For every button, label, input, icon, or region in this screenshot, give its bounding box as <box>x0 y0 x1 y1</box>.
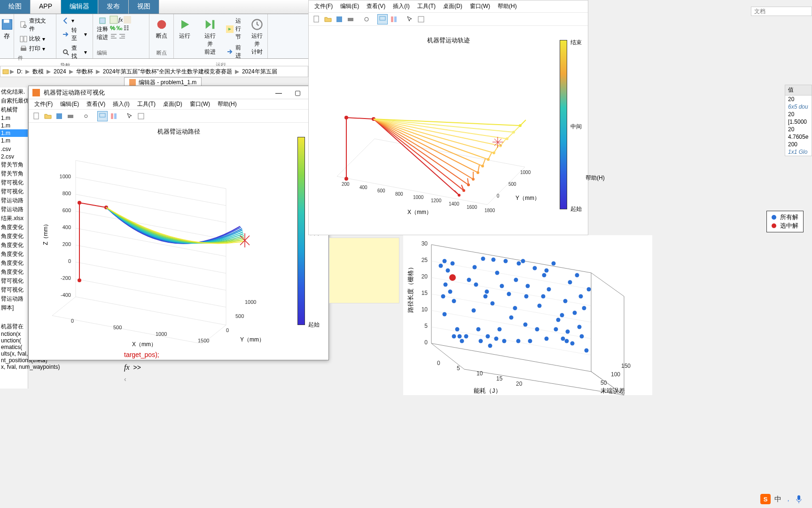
fx-icon[interactable]: fx <box>118 16 123 24</box>
ime-punct[interactable]: ， <box>785 495 791 503</box>
inspect-button[interactable] <box>416 14 426 24</box>
breadcrumb-item[interactable]: 华数杯 <box>74 68 95 76</box>
menu-item[interactable]: 文件(F) <box>312 1 336 11</box>
insert-button[interactable] <box>97 16 108 25</box>
menu-item[interactable]: 帮助(H) <box>495 1 520 11</box>
floating-help-menu[interactable]: 帮助(H) <box>586 174 605 182</box>
brush-button[interactable] <box>389 14 399 24</box>
axes-3d-2[interactable]: 20040060080010001200140016001800 0500100… <box>323 54 534 219</box>
history-chevron[interactable]: ‹ <box>124 375 397 383</box>
new-fig-button[interactable] <box>31 111 42 121</box>
menu-item[interactable]: 插入(I) <box>390 1 412 11</box>
menu-item[interactable]: 查看(V) <box>84 99 108 109</box>
section-icon[interactable] <box>110 16 117 24</box>
workspace-value[interactable]: 4.7605e <box>785 133 812 141</box>
file-list-item[interactable]: 臂可视化 <box>0 178 28 187</box>
breakpoints-button[interactable]: 断点 <box>150 16 173 42</box>
ime-lang[interactable]: 中 <box>774 495 781 504</box>
file-list-item[interactable]: 角度变化 <box>0 232 28 241</box>
percent2-icon[interactable]: ‰ <box>117 24 123 32</box>
menu-item[interactable]: 编辑(E) <box>337 1 362 11</box>
menu-item[interactable]: 工具(T) <box>414 1 438 11</box>
menu-item[interactable]: 插入(I) <box>110 99 132 109</box>
workspace-value[interactable]: 20 <box>785 126 812 133</box>
tab-editor[interactable]: 编辑器 <box>61 0 98 14</box>
workspace-panel[interactable]: 值 206x5 dou20[1.5000204.7605e2001x1 Glo <box>785 85 812 156</box>
find-button[interactable]: 查找 ▾ <box>60 43 89 61</box>
link-button[interactable] <box>361 14 372 24</box>
pointer-button[interactable] <box>405 14 415 24</box>
search-input[interactable] <box>751 7 812 16</box>
run-advance-button[interactable]: 运行并 前进 <box>199 16 221 61</box>
minimize-button[interactable]: — <box>270 87 287 98</box>
ime-mic-icon[interactable] <box>795 494 803 504</box>
brush-button[interactable] <box>109 111 119 121</box>
datatip-button[interactable] <box>377 14 388 24</box>
format-icon[interactable] <box>124 16 131 24</box>
find-file-button[interactable]: 查找文件 <box>18 16 52 34</box>
file-list-item[interactable]: 角度变化 <box>0 268 28 277</box>
file-list-item[interactable]: 臂关节角 <box>0 160 28 169</box>
file-list-item[interactable]: 臂运动路 <box>0 294 28 303</box>
workspace-value[interactable]: 20 <box>785 95 812 103</box>
menu-item[interactable]: 帮助(H) <box>215 99 240 109</box>
menu-item[interactable]: 桌面(D) <box>160 99 185 109</box>
workspace-value[interactable]: 6x5 dou <box>785 103 812 111</box>
file-list-item[interactable]: 1.m <box>0 137 28 144</box>
menu-item[interactable]: 工具(T) <box>134 99 158 109</box>
workspace-value[interactable]: 200 <box>785 141 812 148</box>
advance-button[interactable]: 前进 <box>224 43 243 61</box>
menu-item[interactable]: 查看(V) <box>364 1 388 11</box>
titlebar[interactable]: 机器臂运动路径可视化 — ▢ ✕ <box>29 86 328 99</box>
file-list-item[interactable]: 臂关节角 <box>0 169 28 178</box>
workspace-value[interactable]: 20 <box>785 111 812 118</box>
breadcrumb-item[interactable]: 2024年第五届"华数杯"全国大学生数学建模竞赛赛题 <box>101 68 234 76</box>
indent-right-icon[interactable] <box>118 32 126 40</box>
file-list-item[interactable]: 1.m <box>0 129 28 137</box>
comment-toggle-icon[interactable]: ☷ <box>124 24 129 32</box>
save-fig-button[interactable] <box>334 14 344 24</box>
scatter-chart[interactable]: 051015202530 20151050 50100150 路径长度（栅格） … <box>403 235 652 395</box>
file-list-item[interactable]: 脚本] <box>0 303 28 312</box>
file-list-item[interactable]: 角度变化 <box>0 223 28 232</box>
indent-left-icon[interactable] <box>110 32 117 40</box>
open-button[interactable] <box>323 14 333 24</box>
axes-3d[interactable]: -400-20002004006008001000 050010001500 0… <box>38 137 282 349</box>
breadcrumb-item[interactable]: 数模 <box>31 68 46 76</box>
menu-item[interactable]: 窗口(W) <box>467 1 493 11</box>
run-button[interactable]: 运行 <box>173 16 196 61</box>
file-list-item[interactable]: 角度变化 <box>0 259 28 268</box>
tab-publish[interactable]: 发布 <box>98 0 129 14</box>
file-list-item[interactable]: 2.csv <box>0 153 28 160</box>
workspace-value[interactable]: 1x1 Glo <box>785 148 812 156</box>
print-fig-button[interactable] <box>345 14 356 24</box>
file-list-item[interactable]: 结果.xlsx <box>0 214 28 223</box>
breadcrumb-item[interactable]: 2024年第五届 <box>240 68 279 76</box>
fx-icon[interactable]: fx <box>124 363 130 372</box>
compare-button[interactable]: 比较 ▾ <box>18 34 47 44</box>
data-cursor-button[interactable] <box>136 111 146 121</box>
file-list-item[interactable]: 自索托最优 <box>0 96 28 105</box>
menu-item[interactable]: 文件(F) <box>31 99 55 109</box>
legend[interactable]: 所有解 选中解 <box>766 211 804 232</box>
print-button[interactable]: 打印 ▾ <box>18 44 47 54</box>
file-list-item[interactable]: 臂运动路 <box>0 196 28 205</box>
menu-item[interactable]: 编辑(E) <box>57 99 82 109</box>
editor-highlighted-section[interactable] <box>329 238 399 303</box>
open-button[interactable] <box>43 111 53 121</box>
print-fig-button[interactable] <box>65 111 76 121</box>
run-time-button[interactable]: 运行并 计时 <box>246 16 268 61</box>
file-list-item[interactable]: 臂可视化 <box>0 277 28 286</box>
file-list-item[interactable]: 1.m <box>0 122 28 129</box>
menu-item[interactable]: 桌面(D) <box>440 1 465 11</box>
save-fig-button[interactable] <box>54 111 64 121</box>
percent-icon[interactable]: % <box>110 24 116 32</box>
command-window[interactable]: target_pos); fx >> ‹ <box>124 351 397 383</box>
file-list-item[interactable]: 臂运动路 <box>0 205 28 214</box>
file-list-item[interactable]: 臂可视化 <box>0 286 28 294</box>
file-list-item[interactable]: 机械臂 <box>0 105 28 114</box>
pointer-button[interactable] <box>125 111 135 121</box>
link-button[interactable] <box>81 111 92 121</box>
breadcrumb-item[interactable]: D: <box>15 68 24 75</box>
file-list-item[interactable]: 角度变化 <box>0 250 28 259</box>
